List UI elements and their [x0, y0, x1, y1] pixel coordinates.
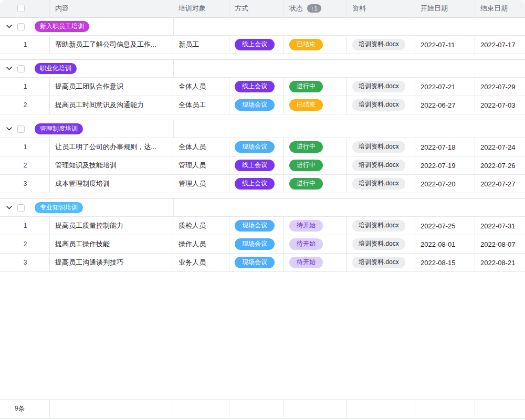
chevron-down-icon[interactable]	[6, 206, 13, 209]
group-header[interactable]: 新入职员工培训	[0, 18, 525, 36]
end-date-cell[interactable]: 2022-07-24	[475, 138, 525, 156]
row-handle-cell[interactable]: 1	[0, 138, 50, 156]
start-date-cell[interactable]: 2022-07-18	[415, 138, 475, 156]
material-cell[interactable]: 培训资料.docx	[347, 254, 415, 271]
start-date-cell[interactable]: 2022-07-25	[415, 217, 475, 235]
row-handle-cell[interactable]: 1	[0, 78, 50, 96]
column-header-end-date[interactable]: 结束日期	[475, 0, 525, 17]
target-cell[interactable]: 全体人员	[173, 138, 229, 156]
content-cell[interactable]: 管理知识及技能培训	[50, 156, 173, 174]
column-header-start-date[interactable]: 开始日期	[415, 0, 475, 17]
end-date-cell[interactable]: 2022-07-27	[475, 175, 525, 193]
chevron-down-icon[interactable]	[6, 127, 13, 131]
target-cell[interactable]: 全体人员	[173, 78, 229, 96]
method-cell[interactable]: 现场会议	[229, 217, 284, 235]
material-cell[interactable]: 培训资料.docx	[347, 96, 415, 114]
target-cell[interactable]: 全体员工	[173, 96, 229, 114]
start-date-cell[interactable]: 2022-07-11	[415, 36, 475, 54]
start-date-cell[interactable]: 2022-06-27	[415, 96, 475, 114]
status-cell[interactable]: 进行中	[284, 138, 347, 156]
end-date-cell[interactable]: 2022-07-26	[475, 156, 525, 174]
method-cell[interactable]: 线上会议	[229, 175, 284, 193]
table-row[interactable]: 3 成本管理制度培训 管理人员 线上会议 进行中 培训资料.docx 2022-…	[0, 175, 525, 193]
status-cell[interactable]: 待开始	[284, 235, 347, 253]
start-date-cell[interactable]: 2022-08-01	[415, 235, 475, 253]
group-header[interactable]: 管理制度培训	[0, 120, 525, 138]
status-cell[interactable]: 已结束	[284, 96, 347, 114]
target-cell[interactable]: 管理人员	[173, 156, 229, 174]
column-header-method[interactable]: 方式	[229, 0, 284, 17]
column-header-status[interactable]: 状态 ↑ 1	[284, 0, 347, 17]
end-date-cell[interactable]: 2022-07-17	[475, 36, 525, 54]
column-header-content[interactable]: 内容	[50, 0, 173, 17]
content-cell[interactable]: 提高员工操作技能	[50, 235, 173, 253]
column-header-material[interactable]: 资料	[347, 0, 415, 17]
end-date-cell[interactable]: 2022-08-21	[475, 254, 525, 271]
content-cell[interactable]: 提高员工团队合作意识	[50, 78, 173, 96]
row-handle-cell[interactable]: 2	[0, 235, 50, 253]
start-date-cell[interactable]: 2022-07-20	[415, 175, 475, 193]
material-cell[interactable]: 培训资料.docx	[347, 78, 415, 96]
sort-badge[interactable]: ↑ 1	[307, 4, 321, 13]
group-checkbox[interactable]	[17, 23, 25, 30]
group-checkbox[interactable]	[17, 65, 25, 72]
select-all-checkbox[interactable]	[17, 5, 25, 12]
table-row[interactable]: 3 提高员工沟通谈判技巧 业务人员 现场会议 待开始 培训资料.docx 202…	[0, 254, 525, 272]
group-checkbox[interactable]	[17, 125, 25, 133]
target-cell[interactable]: 业务人员	[173, 254, 229, 271]
status-cell[interactable]: 待开始	[284, 254, 347, 271]
table-row[interactable]: 2 管理知识及技能培训 管理人员 线上会议 进行中 培训资料.docx 2022…	[0, 156, 525, 175]
content-cell[interactable]: 成本管理制度培训	[50, 175, 173, 193]
target-cell[interactable]: 质检人员	[173, 217, 229, 235]
method-cell[interactable]: 现场会议	[229, 96, 284, 114]
content-cell[interactable]: 让员工明了公司的办事规则，达...	[50, 138, 173, 156]
end-date-cell[interactable]: 2022-07-03	[475, 96, 525, 114]
target-cell[interactable]: 管理人员	[173, 175, 229, 193]
method-cell[interactable]: 线上会议	[229, 36, 284, 54]
row-handle-cell[interactable]: 2	[0, 96, 50, 114]
content-cell[interactable]: 帮助新员工了解公司信息及工作...	[50, 36, 173, 54]
table-row[interactable]: 1 帮助新员工了解公司信息及工作... 新员工 线上会议 已结束 培训资料.do…	[0, 36, 525, 54]
material-cell[interactable]: 培训资料.docx	[347, 235, 415, 253]
status-cell[interactable]: 待开始	[284, 217, 347, 235]
method-cell[interactable]: 现场会议	[229, 254, 284, 271]
group-header[interactable]: 专业知识培训	[0, 199, 525, 217]
row-handle-cell[interactable]: 3	[0, 175, 50, 193]
end-date-cell[interactable]: 2022-07-29	[475, 78, 525, 96]
chevron-down-icon[interactable]	[6, 67, 13, 70]
method-cell[interactable]: 现场会议	[229, 138, 284, 156]
status-cell[interactable]: 进行中	[284, 78, 347, 96]
method-cell[interactable]: 现场会议	[229, 235, 284, 253]
start-date-cell[interactable]: 2022-08-15	[415, 254, 475, 271]
row-handle-cell[interactable]: 3	[0, 254, 50, 271]
material-cell[interactable]: 培训资料.docx	[347, 175, 415, 193]
status-cell[interactable]: 已结束	[284, 36, 347, 54]
content-cell[interactable]: 提高员工时间意识及沟通能力	[50, 96, 173, 114]
target-cell[interactable]: 操作人员	[173, 235, 229, 253]
row-handle-cell[interactable]: 1	[0, 217, 50, 235]
table-row[interactable]: 1 提高员工团队合作意识 全体人员 线上会议 进行中 培训资料.docx 202…	[0, 78, 525, 96]
material-cell[interactable]: 培训资料.docx	[347, 217, 415, 235]
target-cell[interactable]: 新员工	[173, 36, 229, 54]
row-handle-cell[interactable]: 2	[0, 156, 50, 174]
group-header[interactable]: 职业化培训	[0, 60, 525, 78]
row-handle-cell[interactable]: 1	[0, 36, 50, 54]
end-date-cell[interactable]: 2022-08-07	[475, 235, 525, 253]
content-cell[interactable]: 提高员工沟通谈判技巧	[50, 254, 173, 271]
material-cell[interactable]: 培训资料.docx	[347, 36, 415, 54]
start-date-cell[interactable]: 2022-07-21	[415, 78, 475, 96]
table-row[interactable]: 2 提高员工操作技能 操作人员 现场会议 待开始 培训资料.docx 2022-…	[0, 235, 525, 254]
start-date-cell[interactable]: 2022-07-19	[415, 156, 475, 174]
group-checkbox[interactable]	[17, 204, 25, 212]
end-date-cell[interactable]: 2022-07-31	[475, 217, 525, 235]
chevron-down-icon[interactable]	[6, 25, 13, 28]
material-cell[interactable]: 培训资料.docx	[347, 138, 415, 156]
material-cell[interactable]: 培训资料.docx	[347, 156, 415, 174]
content-cell[interactable]: 提高员工质量控制能力	[50, 217, 173, 235]
table-row[interactable]: 2 提高员工时间意识及沟通能力 全体员工 现场会议 已结束 培训资料.docx …	[0, 96, 525, 114]
table-row[interactable]: 1 让员工明了公司的办事规则，达... 全体人员 现场会议 进行中 培训资料.d…	[0, 138, 525, 156]
column-header-target[interactable]: 培训对象	[173, 0, 229, 17]
table-row[interactable]: 1 提高员工质量控制能力 质检人员 现场会议 待开始 培训资料.docx 202…	[0, 217, 525, 235]
method-cell[interactable]: 线上会议	[229, 156, 284, 174]
status-cell[interactable]: 进行中	[284, 175, 347, 193]
